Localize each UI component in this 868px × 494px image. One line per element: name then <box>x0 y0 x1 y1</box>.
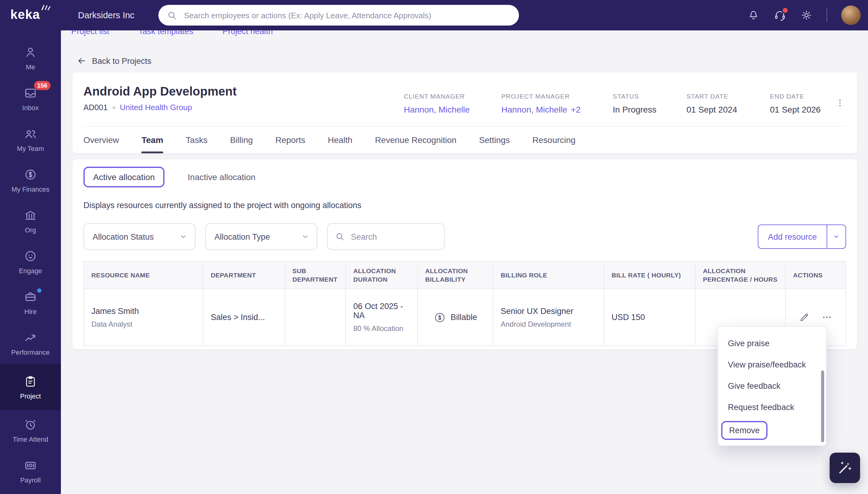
chevron-down-icon <box>301 232 309 241</box>
sidebar-item-label: Project <box>20 392 41 399</box>
column-header: ACTIONS <box>786 262 846 288</box>
tab-overview[interactable]: Overview <box>84 127 119 153</box>
menu-item-remove[interactable]: Remove <box>718 418 826 442</box>
sidebar: Me 156 Inbox My Team My Finances Org Eng… <box>0 31 61 494</box>
resource-role: Data Analyst <box>91 320 132 328</box>
billing-project-value: Android Development <box>501 320 571 328</box>
sidebar-item-label: Hire <box>24 308 37 315</box>
cell-bill-rate: USD 150 <box>604 289 695 345</box>
status-value: In Progress <box>613 104 656 114</box>
start-date-value: 01 Sept 2024 <box>686 104 737 114</box>
table-header-row: RESOURCE NAME DEPARTMENT SUB DEPARTMENT … <box>84 262 846 289</box>
field-label: PROJECT MANAGER <box>501 93 580 100</box>
menu-item-give-feedback[interactable]: Give feedback <box>718 375 826 397</box>
client-link[interactable]: United Health Group <box>120 103 192 112</box>
menu-item-give-praise[interactable]: Give praise <box>718 333 826 354</box>
billing-role-value: Senior UX Designer <box>501 306 574 316</box>
hire-notification-dot <box>37 288 41 292</box>
trend-up-icon <box>24 331 37 344</box>
column-header: BILLING ROLE <box>493 262 604 288</box>
tab-active-allocation[interactable]: Active allocation <box>84 167 164 187</box>
bill-rate-value: USD 150 <box>612 313 645 322</box>
search-icon <box>167 10 177 20</box>
search-input[interactable] <box>350 231 438 242</box>
project-options-button[interactable] <box>833 96 847 110</box>
sidebar-item-inbox[interactable]: 156 Inbox <box>0 78 61 119</box>
tab-team[interactable]: Team <box>142 127 163 153</box>
tab-health[interactable]: Health <box>328 127 352 153</box>
end-date-value: 01 Sept 2026 <box>770 104 821 114</box>
client-manager-link[interactable]: Hannon, Michelle <box>404 104 470 114</box>
allocation-status-select[interactable]: Allocation Status <box>84 223 196 250</box>
dot-separator <box>113 106 115 109</box>
field-label: CLIENT MANAGER <box>404 93 470 100</box>
tab-resourcing[interactable]: Resourcing <box>532 127 576 153</box>
tab-reports[interactable]: Reports <box>275 127 305 153</box>
duration-value: 06 Oct 2025 - NA <box>353 302 410 320</box>
edit-button[interactable] <box>799 312 810 322</box>
chevron-down-icon <box>833 233 840 240</box>
sidebar-item-my-finances[interactable]: My Finances <box>0 160 61 201</box>
sidebar-item-label: My Team <box>17 145 44 152</box>
back-to-projects-link[interactable]: Back to Projects <box>77 56 151 66</box>
bell-icon <box>747 9 760 21</box>
avatar[interactable] <box>841 5 861 25</box>
column-header: RESOURCE NAME <box>84 262 203 288</box>
topbar: keka Darksiders Inc <box>0 0 868 31</box>
back-link-label: Back to Projects <box>92 56 151 65</box>
project-header-card: Android App Development AD001 United Hea… <box>72 72 857 153</box>
tab-revenue-recognition[interactable]: Revenue Recognition <box>375 127 456 153</box>
cell-billability: Billable <box>418 289 493 345</box>
sidebar-item-performance[interactable]: Performance <box>0 323 61 364</box>
global-search <box>158 5 519 25</box>
finances-icon <box>24 168 37 181</box>
sidebar-item-label: Performance <box>11 348 50 356</box>
kebab-icon <box>835 98 845 108</box>
allocation-description: Displays resources currently assigned to… <box>84 201 846 210</box>
alarm-clock-icon <box>24 418 37 431</box>
helpdesk-button[interactable] <box>774 9 786 22</box>
tab-inactive-allocation[interactable]: Inactive allocation <box>187 172 255 182</box>
allocation-tabs: Active allocation Inactive allocation <box>84 167 846 187</box>
project-code: AD001 <box>84 103 108 112</box>
tab-tasks[interactable]: Tasks <box>186 127 208 153</box>
tab-billing[interactable]: Billing <box>230 127 253 153</box>
logo-rays-icon <box>41 4 51 11</box>
clipboard-icon <box>24 375 37 388</box>
sidebar-item-label: Engage <box>19 267 42 274</box>
sidebar-item-time-attend[interactable]: Time Attend <box>0 410 61 451</box>
payroll-icon <box>24 459 37 472</box>
brand-name: keka <box>10 7 40 21</box>
sidebar-item-my-team[interactable]: My Team <box>0 119 61 160</box>
sidebar-item-engage[interactable]: Engage <box>0 242 61 282</box>
global-search-input[interactable] <box>183 10 510 20</box>
allocation-percent: 80 % Allocation <box>353 324 403 333</box>
menu-scrollbar[interactable] <box>821 370 824 442</box>
keka-logo[interactable]: keka <box>10 6 40 23</box>
column-header: ALLOCATION DURATION <box>346 262 418 288</box>
table-search <box>327 223 445 250</box>
project-manager-link[interactable]: Hannon, Michelle <box>501 104 567 114</box>
notifications-button[interactable] <box>747 9 760 21</box>
column-header: DEPARTMENT <box>203 262 285 288</box>
add-resource-button[interactable]: Add resource <box>757 225 827 249</box>
add-resource-dropdown-button[interactable] <box>827 225 846 249</box>
sidebar-item-label: Me <box>26 63 35 71</box>
sidebar-item-hire[interactable]: Hire <box>0 282 61 323</box>
sidebar-item-me[interactable]: Me <box>0 38 61 78</box>
sidebar-item-org[interactable]: Org <box>0 201 61 242</box>
more-managers-link[interactable]: +2 <box>571 104 580 114</box>
menu-item-request-feedback[interactable]: Request feedback <box>718 397 826 418</box>
settings-button[interactable] <box>800 9 813 21</box>
resource-name[interactable]: James Smith <box>91 306 139 316</box>
field-label: STATUS <box>613 93 656 100</box>
tab-settings[interactable]: Settings <box>479 127 510 153</box>
sidebar-item-payroll[interactable]: Payroll <box>0 451 61 492</box>
sidebar-item-project[interactable]: Project <box>0 364 61 410</box>
user-icon <box>24 45 37 59</box>
more-actions-button[interactable] <box>822 312 832 322</box>
menu-item-view-praise-feedback[interactable]: View praise/feedback <box>718 354 826 375</box>
dollar-circle-icon <box>433 311 446 323</box>
allocation-type-select[interactable]: Allocation Type <box>205 223 318 250</box>
ai-assistant-button[interactable] <box>830 453 860 483</box>
